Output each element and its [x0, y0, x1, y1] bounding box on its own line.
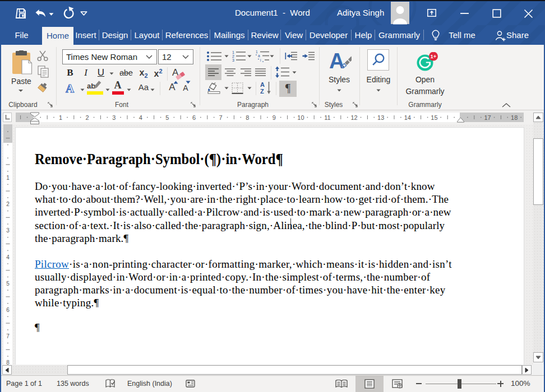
svg-text:5: 5 [6, 281, 10, 287]
svg-text:13: 13 [377, 114, 384, 121]
svg-text:8: 8 [6, 360, 10, 365]
svg-text:7: 7 [219, 114, 223, 121]
svg-text:1: 1 [256, 50, 258, 54]
svg-text:A: A [260, 81, 265, 88]
svg-text:4: 4 [139, 114, 142, 121]
svg-text:12: 12 [350, 114, 357, 121]
svg-text:6: 6 [6, 307, 10, 313]
svg-text:1: 1 [59, 114, 62, 121]
svg-text:6: 6 [192, 114, 196, 121]
svg-text:1: 1 [6, 175, 10, 181]
svg-text:8: 8 [246, 114, 249, 121]
svg-text:17: 17 [484, 114, 491, 121]
svg-text:3: 3 [6, 227, 10, 234]
svg-text:i: i [260, 58, 261, 62]
svg-text:9: 9 [272, 114, 276, 121]
svg-text:3: 3 [112, 114, 116, 121]
svg-text:11: 11 [324, 114, 330, 121]
svg-text:1+: 1+ [431, 53, 437, 59]
svg-text:3: 3 [232, 58, 234, 62]
svg-text:14: 14 [404, 114, 411, 121]
svg-text:7: 7 [6, 333, 10, 339]
svg-text:2: 2 [6, 201, 10, 207]
svg-text:10: 10 [297, 114, 304, 121]
svg-text:A: A [66, 82, 75, 95]
svg-text:A: A [329, 50, 344, 72]
svg-text:a: a [258, 54, 260, 58]
svg-text:5: 5 [165, 114, 169, 121]
svg-text:2: 2 [86, 114, 89, 121]
svg-text:18: 18 [511, 114, 518, 121]
svg-text:15: 15 [431, 114, 437, 121]
svg-text:4: 4 [6, 254, 10, 260]
svg-text:Z: Z [260, 88, 264, 95]
svg-text:1: 1 [232, 50, 234, 54]
svg-text:2: 2 [232, 54, 234, 58]
